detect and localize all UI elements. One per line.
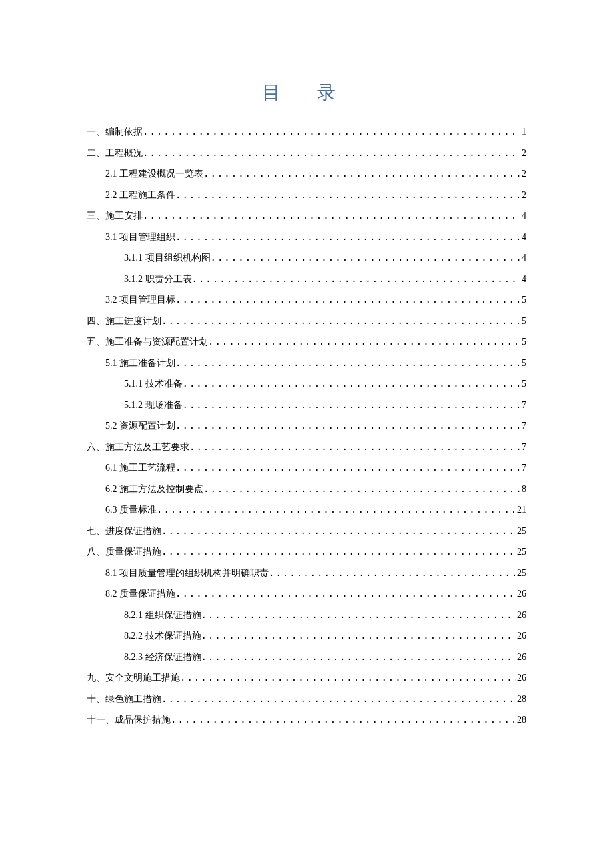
toc-entry-page: 2 [520, 143, 526, 164]
toc-entry-page: 5 [520, 331, 526, 353]
toc-entry-page: 28 [516, 689, 526, 710]
toc-entry-page: 26 [516, 605, 526, 626]
toc-entry: 6.2 施工方法及控制要点8 [87, 479, 526, 500]
toc-leader-dots [192, 269, 521, 290]
toc-entry-label: 十一、成品保护措施 [87, 709, 171, 731]
toc-entry: 6.1 施工工艺流程7 [87, 457, 526, 479]
toc-entry-label: 三、施工安排 [87, 205, 143, 227]
toc-leader-dots [269, 563, 516, 584]
toc-entry-page: 21 [516, 499, 526, 521]
toc-entry-page: 2 [520, 163, 526, 185]
toc-entry-label: 九、安全文明施工措施 [87, 667, 180, 689]
toc-entry-page: 26 [516, 625, 526, 647]
toc-leader-dots [180, 667, 516, 689]
toc-entry-label: 3.1 项目管理组织 [105, 227, 175, 248]
toc-leader-dots [161, 311, 520, 332]
toc-leader-dots [211, 247, 521, 269]
toc-leader-dots [201, 625, 516, 647]
toc-leader-dots [175, 289, 520, 311]
toc-title: 目 录 [87, 80, 526, 105]
toc-entry: 8.2 质量保证措施26 [87, 583, 526, 605]
toc-entry-label: 8.1 项目质量管理的组织机构并明确职责 [105, 563, 269, 584]
toc-leader-dots [175, 227, 520, 248]
toc-leader-dots [161, 521, 516, 542]
toc-entry: 5.1.1 技术准备5 [87, 373, 526, 395]
toc-leader-dots [175, 583, 516, 605]
toc-entry-page: 7 [520, 437, 526, 458]
toc-entry: 六、施工方法及工艺要求7 [87, 437, 526, 458]
toc-entry: 2.1 工程建设概况一览表2 [87, 163, 526, 185]
toc-entry: 5.2 资源配置计划7 [87, 415, 526, 437]
toc-entry: 二、工程概况2 [87, 143, 526, 164]
toc-entry: 3.1 项目管理组织4 [87, 227, 526, 248]
toc-entry: 八、质量保证措施25 [87, 541, 526, 563]
toc-entry-page: 5 [520, 373, 526, 395]
toc-entry-label: 8.2.2 技术保证措施 [124, 625, 201, 647]
toc-entry: 九、安全文明施工措施26 [87, 667, 526, 689]
toc-entry-page: 4 [520, 205, 526, 227]
toc-entry-label: 十、绿色施工措施 [87, 689, 161, 710]
toc-entry: 3.1.1 项目组织机构图4 [87, 247, 526, 269]
toc-entry: 一、编制依据1 [87, 121, 526, 143]
toc-entry-page: 7 [520, 415, 526, 437]
toc-entry-page: 25 [516, 521, 526, 542]
toc-leader-dots [203, 163, 520, 185]
toc-entry-page: 1 [520, 121, 526, 143]
toc-entry-page: 8 [520, 479, 526, 500]
toc-entry-label: 3.1.1 项目组织机构图 [124, 247, 211, 269]
toc-leader-dots [175, 415, 520, 437]
toc-entry-label: 六、施工方法及工艺要求 [87, 437, 189, 458]
toc-entry-label: 6.2 施工方法及控制要点 [105, 479, 203, 500]
toc-entry: 五、施工准备与资源配置计划5 [87, 331, 526, 353]
toc-entry-label: 8.2.3 经济保证措施 [124, 647, 201, 668]
toc-entry-label: 6.3 质量标准 [105, 499, 157, 521]
toc-leader-dots [143, 121, 520, 143]
toc-entry: 8.2.3 经济保证措施26 [87, 647, 526, 668]
toc-entry-page: 4 [520, 269, 526, 290]
toc-entry-label: 5.2 资源配置计划 [105, 415, 175, 437]
toc-leader-dots [183, 395, 521, 416]
toc-entry-page: 7 [520, 395, 526, 416]
toc-entry-page: 25 [516, 541, 526, 563]
toc-entry: 8.1 项目质量管理的组织机构并明确职责25 [87, 563, 526, 584]
toc-entry-page: 5 [520, 289, 526, 311]
toc-entry-label: 七、进度保证措施 [87, 521, 161, 542]
toc-entry: 七、进度保证措施25 [87, 521, 526, 542]
toc-leader-dots [157, 499, 516, 521]
toc-entry-page: 4 [520, 227, 526, 248]
toc-entry-label: 3.1.2 职责分工表 [124, 269, 192, 290]
toc-leader-dots [189, 437, 520, 458]
toc-entry: 2.2 工程施工条件2 [87, 185, 526, 206]
toc-leader-dots [175, 185, 520, 206]
toc-entry: 3.2 项目管理目标5 [87, 289, 526, 311]
toc-leader-dots [175, 457, 520, 479]
toc-leader-dots [201, 647, 516, 668]
toc-entry: 三、施工安排4 [87, 205, 526, 227]
toc-entry-page: 5 [520, 311, 526, 332]
toc-entry: 四、施工进度计划5 [87, 311, 526, 332]
toc-entry-label: 8.2.1 组织保证措施 [124, 605, 201, 626]
toc-entry: 3.1.2 职责分工表4 [87, 269, 526, 290]
toc-leader-dots [143, 205, 520, 227]
toc-leader-dots [201, 605, 516, 626]
toc-entry-label: 5.1 施工准备计划 [105, 353, 175, 374]
toc-entry: 5.1.2 现场准备7 [87, 395, 526, 416]
toc-entry-label: 四、施工进度计划 [87, 311, 161, 332]
toc-leader-dots [175, 353, 520, 374]
toc-entry-label: 五、施工准备与资源配置计划 [87, 331, 208, 353]
toc-entry-label: 2.1 工程建设概况一览表 [105, 163, 203, 185]
toc-entry-page: 25 [516, 563, 526, 584]
toc-entry-page: 26 [516, 583, 526, 605]
toc-entry-page: 28 [516, 709, 526, 731]
toc-entry-page: 4 [520, 247, 526, 269]
toc-entry: 8.2.1 组织保证措施26 [87, 605, 526, 626]
toc-entry-label: 二、工程概况 [87, 143, 143, 164]
toc-entry-label: 5.1.1 技术准备 [124, 373, 183, 395]
toc-entry-label: 6.1 施工工艺流程 [105, 457, 175, 479]
toc-entry-page: 2 [520, 185, 526, 206]
toc-entry: 十一、成品保护措施28 [87, 709, 526, 731]
toc-entry-label: 八、质量保证措施 [87, 541, 161, 563]
toc-leader-dots [171, 709, 516, 731]
toc-leader-dots [143, 143, 520, 164]
toc-leader-dots [203, 479, 520, 500]
